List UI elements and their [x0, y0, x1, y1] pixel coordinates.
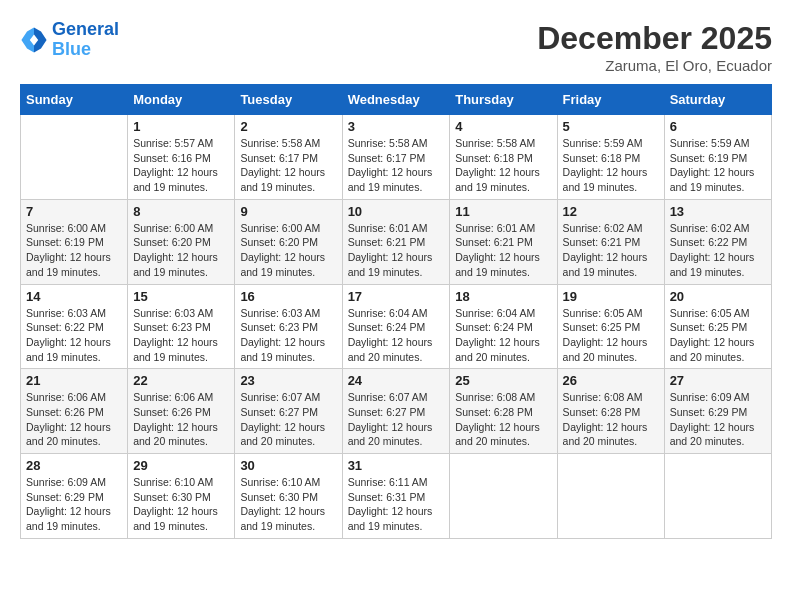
- day-number: 20: [670, 289, 766, 304]
- day-number: 30: [240, 458, 336, 473]
- day-number: 11: [455, 204, 551, 219]
- title-section: December 2025 Zaruma, El Oro, Ecuador: [537, 20, 772, 74]
- calendar-cell: 16Sunrise: 6:03 AM Sunset: 6:23 PM Dayli…: [235, 284, 342, 369]
- day-info: Sunrise: 5:58 AM Sunset: 6:18 PM Dayligh…: [455, 136, 551, 195]
- week-row-2: 7Sunrise: 6:00 AM Sunset: 6:19 PM Daylig…: [21, 199, 772, 284]
- day-info: Sunrise: 6:10 AM Sunset: 6:30 PM Dayligh…: [133, 475, 229, 534]
- calendar-cell: 23Sunrise: 6:07 AM Sunset: 6:27 PM Dayli…: [235, 369, 342, 454]
- logo-line1: General: [52, 19, 119, 39]
- day-number: 9: [240, 204, 336, 219]
- calendar-cell: 13Sunrise: 6:02 AM Sunset: 6:22 PM Dayli…: [664, 199, 771, 284]
- calendar-cell: 31Sunrise: 6:11 AM Sunset: 6:31 PM Dayli…: [342, 454, 450, 539]
- day-number: 19: [563, 289, 659, 304]
- day-number: 26: [563, 373, 659, 388]
- calendar-cell: 22Sunrise: 6:06 AM Sunset: 6:26 PM Dayli…: [128, 369, 235, 454]
- calendar-cell: 29Sunrise: 6:10 AM Sunset: 6:30 PM Dayli…: [128, 454, 235, 539]
- week-row-1: 1Sunrise: 5:57 AM Sunset: 6:16 PM Daylig…: [21, 115, 772, 200]
- calendar-cell: 8Sunrise: 6:00 AM Sunset: 6:20 PM Daylig…: [128, 199, 235, 284]
- day-number: 18: [455, 289, 551, 304]
- day-number: 13: [670, 204, 766, 219]
- day-number: 15: [133, 289, 229, 304]
- logo-icon: [20, 26, 48, 54]
- day-number: 5: [563, 119, 659, 134]
- day-info: Sunrise: 5:57 AM Sunset: 6:16 PM Dayligh…: [133, 136, 229, 195]
- calendar-cell: 28Sunrise: 6:09 AM Sunset: 6:29 PM Dayli…: [21, 454, 128, 539]
- day-info: Sunrise: 6:01 AM Sunset: 6:21 PM Dayligh…: [455, 221, 551, 280]
- calendar-cell: 15Sunrise: 6:03 AM Sunset: 6:23 PM Dayli…: [128, 284, 235, 369]
- day-number: 7: [26, 204, 122, 219]
- day-number: 29: [133, 458, 229, 473]
- day-info: Sunrise: 6:09 AM Sunset: 6:29 PM Dayligh…: [26, 475, 122, 534]
- calendar-cell: 20Sunrise: 6:05 AM Sunset: 6:25 PM Dayli…: [664, 284, 771, 369]
- day-number: 2: [240, 119, 336, 134]
- day-info: Sunrise: 6:09 AM Sunset: 6:29 PM Dayligh…: [670, 390, 766, 449]
- day-info: Sunrise: 6:05 AM Sunset: 6:25 PM Dayligh…: [670, 306, 766, 365]
- week-row-5: 28Sunrise: 6:09 AM Sunset: 6:29 PM Dayli…: [21, 454, 772, 539]
- calendar-cell: 1Sunrise: 5:57 AM Sunset: 6:16 PM Daylig…: [128, 115, 235, 200]
- week-row-3: 14Sunrise: 6:03 AM Sunset: 6:22 PM Dayli…: [21, 284, 772, 369]
- day-number: 10: [348, 204, 445, 219]
- day-info: Sunrise: 6:00 AM Sunset: 6:20 PM Dayligh…: [133, 221, 229, 280]
- week-row-4: 21Sunrise: 6:06 AM Sunset: 6:26 PM Dayli…: [21, 369, 772, 454]
- day-number: 28: [26, 458, 122, 473]
- weekday-header-monday: Monday: [128, 85, 235, 115]
- weekday-header-wednesday: Wednesday: [342, 85, 450, 115]
- weekday-header-tuesday: Tuesday: [235, 85, 342, 115]
- calendar-cell: 9Sunrise: 6:00 AM Sunset: 6:20 PM Daylig…: [235, 199, 342, 284]
- day-info: Sunrise: 6:07 AM Sunset: 6:27 PM Dayligh…: [348, 390, 445, 449]
- weekday-header-row: SundayMondayTuesdayWednesdayThursdayFrid…: [21, 85, 772, 115]
- weekday-header-saturday: Saturday: [664, 85, 771, 115]
- day-info: Sunrise: 6:08 AM Sunset: 6:28 PM Dayligh…: [563, 390, 659, 449]
- day-info: Sunrise: 6:10 AM Sunset: 6:30 PM Dayligh…: [240, 475, 336, 534]
- day-info: Sunrise: 6:03 AM Sunset: 6:22 PM Dayligh…: [26, 306, 122, 365]
- day-number: 12: [563, 204, 659, 219]
- weekday-header-thursday: Thursday: [450, 85, 557, 115]
- calendar-title: December 2025: [537, 20, 772, 57]
- calendar-cell: 11Sunrise: 6:01 AM Sunset: 6:21 PM Dayli…: [450, 199, 557, 284]
- calendar-cell: 14Sunrise: 6:03 AM Sunset: 6:22 PM Dayli…: [21, 284, 128, 369]
- svg-marker-0: [34, 27, 47, 52]
- calendar-cell: [450, 454, 557, 539]
- day-number: 4: [455, 119, 551, 134]
- page-header: General Blue December 2025 Zaruma, El Or…: [20, 20, 772, 74]
- day-number: 17: [348, 289, 445, 304]
- day-number: 24: [348, 373, 445, 388]
- calendar-cell: 5Sunrise: 5:59 AM Sunset: 6:18 PM Daylig…: [557, 115, 664, 200]
- day-info: Sunrise: 6:00 AM Sunset: 6:20 PM Dayligh…: [240, 221, 336, 280]
- day-info: Sunrise: 6:05 AM Sunset: 6:25 PM Dayligh…: [563, 306, 659, 365]
- day-info: Sunrise: 6:02 AM Sunset: 6:22 PM Dayligh…: [670, 221, 766, 280]
- day-number: 27: [670, 373, 766, 388]
- calendar-cell: 25Sunrise: 6:08 AM Sunset: 6:28 PM Dayli…: [450, 369, 557, 454]
- calendar-cell: 30Sunrise: 6:10 AM Sunset: 6:30 PM Dayli…: [235, 454, 342, 539]
- day-number: 6: [670, 119, 766, 134]
- logo-line2: Blue: [52, 39, 91, 59]
- calendar-cell: 10Sunrise: 6:01 AM Sunset: 6:21 PM Dayli…: [342, 199, 450, 284]
- day-info: Sunrise: 6:06 AM Sunset: 6:26 PM Dayligh…: [26, 390, 122, 449]
- calendar-cell: 18Sunrise: 6:04 AM Sunset: 6:24 PM Dayli…: [450, 284, 557, 369]
- calendar-cell: 19Sunrise: 6:05 AM Sunset: 6:25 PM Dayli…: [557, 284, 664, 369]
- calendar-cell: 24Sunrise: 6:07 AM Sunset: 6:27 PM Dayli…: [342, 369, 450, 454]
- day-info: Sunrise: 6:11 AM Sunset: 6:31 PM Dayligh…: [348, 475, 445, 534]
- day-number: 3: [348, 119, 445, 134]
- day-info: Sunrise: 5:58 AM Sunset: 6:17 PM Dayligh…: [240, 136, 336, 195]
- day-number: 16: [240, 289, 336, 304]
- calendar-cell: 26Sunrise: 6:08 AM Sunset: 6:28 PM Dayli…: [557, 369, 664, 454]
- day-info: Sunrise: 6:07 AM Sunset: 6:27 PM Dayligh…: [240, 390, 336, 449]
- weekday-header-friday: Friday: [557, 85, 664, 115]
- day-number: 22: [133, 373, 229, 388]
- weekday-header-sunday: Sunday: [21, 85, 128, 115]
- day-number: 23: [240, 373, 336, 388]
- calendar-cell: [664, 454, 771, 539]
- day-info: Sunrise: 6:06 AM Sunset: 6:26 PM Dayligh…: [133, 390, 229, 449]
- day-number: 1: [133, 119, 229, 134]
- day-number: 14: [26, 289, 122, 304]
- calendar-table: SundayMondayTuesdayWednesdayThursdayFrid…: [20, 84, 772, 539]
- calendar-body: 1Sunrise: 5:57 AM Sunset: 6:16 PM Daylig…: [21, 115, 772, 539]
- calendar-subtitle: Zaruma, El Oro, Ecuador: [537, 57, 772, 74]
- calendar-cell: 21Sunrise: 6:06 AM Sunset: 6:26 PM Dayli…: [21, 369, 128, 454]
- day-number: 21: [26, 373, 122, 388]
- day-info: Sunrise: 6:08 AM Sunset: 6:28 PM Dayligh…: [455, 390, 551, 449]
- day-number: 31: [348, 458, 445, 473]
- calendar-cell: 27Sunrise: 6:09 AM Sunset: 6:29 PM Dayli…: [664, 369, 771, 454]
- calendar-cell: [21, 115, 128, 200]
